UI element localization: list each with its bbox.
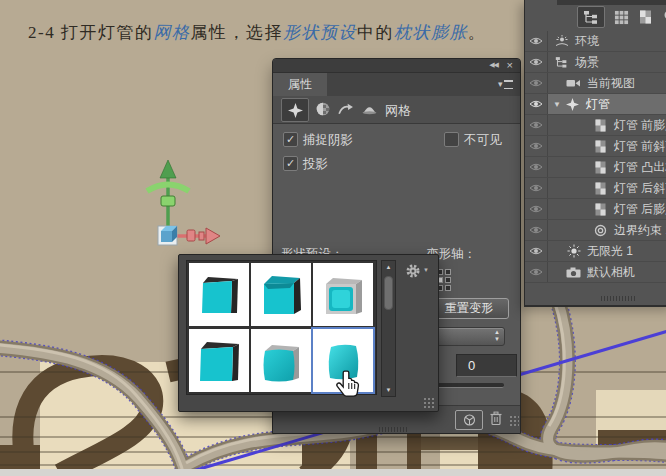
tree-row-infinite-light[interactable]: 无限光 1 [525,241,666,262]
step-text-segment: 。 [468,23,487,42]
cast-shadows-checkbox[interactable]: ✓ [283,156,298,171]
tree-row-label: 环境 [575,33,599,50]
texture-icon [595,140,606,153]
tab-properties[interactable]: 属性 [273,73,327,96]
disclosure-triangle-icon[interactable]: ▼ [553,100,561,109]
sun-light-icon [567,244,581,258]
close-panel-icon[interactable]: × [507,59,513,72]
tree-row-default-camera[interactable]: 默认相机 [525,262,666,283]
spinner-icon[interactable]: ▲ ▼ [494,329,500,343]
3d-filter-toolbar [525,0,666,31]
tutorial-step-text: 2-4 打开灯管的网格属性，选择形状预设中的枕状膨胀。 [28,21,486,44]
preset-cube-inflate-frame[interactable] [313,263,373,326]
catch-shadows-label: 捕捉阴影 [303,132,353,149]
visibility-eye-icon[interactable] [525,73,548,93]
visibility-eye-icon[interactable] [525,31,548,51]
mesh-star-icon [288,103,303,118]
tree-row-label: 灯管 凸出材质 [614,159,666,176]
spin-up-icon: ▲ [494,329,500,336]
preset-cube-bulge-gray[interactable] [251,329,311,392]
invisible-checkbox[interactable] [444,132,459,147]
render-sphere-icon [462,413,477,427]
popup-resize-grip[interactable] [423,397,434,408]
deform-filter-icon[interactable] [337,101,354,116]
hand-cursor [334,368,362,402]
photoshop-3d-workspace: 2-4 打开灯管的网格属性，选择形状预设中的枕状膨胀。 ◀◀ × 属性 ▾ [0,0,666,476]
scroll-down-icon[interactable]: ▼ [382,387,395,393]
visibility-eye-icon[interactable] [525,136,548,156]
visibility-eye-icon[interactable] [525,94,548,114]
tree-row-back-inflate[interactable]: 灯管 后膨胀 [525,199,666,220]
cast-shadows-label: 投影 [303,156,328,173]
step-text-segment: 属性，选择 [190,23,283,42]
3d-panel: 环境 场景 当前视图 ▼ 灯管 灯管 前膨胀 [524,0,666,307]
3d-panel-bottom-grip[interactable] [601,296,637,301]
panel-header: ◀◀ × [273,59,520,73]
visibility-eye-icon[interactable] [525,199,548,219]
preset-scrollbar[interactable]: ▲ ▼ [381,260,396,397]
menu-bars [504,80,513,89]
panel-bottom-grip[interactable] [379,427,409,432]
filter-lights-button[interactable] [655,6,666,28]
texture-icon [595,203,606,216]
light-bulb-icon [662,9,666,25]
catch-shadows-checkbox[interactable]: ✓ [283,132,298,147]
tree-row-front-bevel[interactable]: 灯管 前斜面 [525,136,666,157]
visibility-eye-icon[interactable] [525,178,548,198]
tree-row-label: 默认相机 [587,264,635,281]
tree-row-label: 灯管 前膨胀 [614,117,666,134]
cube-inflate-frame-thumbnail [318,270,368,320]
term-mesh: 网格 [153,23,190,42]
gear-icon [405,263,421,279]
tree-row-back-bevel[interactable]: 灯管 后斜面 [525,178,666,199]
cube-bevel-thumbnail [256,270,306,320]
preset-cube-bevel[interactable] [251,263,311,326]
visibility-eye-icon[interactable] [525,241,548,261]
tree-row-extrude-material[interactable]: 灯管 凸出材质 [525,157,666,178]
collapse-panel-icon[interactable]: ◀◀ [489,61,498,69]
panel-resize-grip[interactable] [509,415,519,427]
texture-icon [595,119,606,132]
visibility-eye-icon[interactable] [525,115,548,135]
cube-extrude-thumbnail [194,270,244,320]
visibility-eye-icon[interactable] [525,157,548,177]
mesh-star-icon [566,98,579,111]
render-button[interactable] [455,410,483,430]
visibility-eye-icon[interactable] [525,262,548,282]
trash-icon[interactable] [489,410,503,426]
filter-whole-scene-button[interactable] [577,6,605,28]
tree-row-light-tube-selected[interactable]: ▼ 灯管 [525,94,666,115]
materials-filter-icon[interactable] [315,101,331,117]
reset-deformation-button[interactable]: 重置变形 [429,298,509,319]
visibility-eye-icon[interactable] [525,52,548,72]
tree-row-label: 灯管 后膨胀 [614,201,666,218]
scene-tree-icon [583,10,599,24]
properties-filter-row: 网格 [273,96,520,124]
tree-row-environment[interactable]: 环境 [525,31,666,52]
scroll-up-icon[interactable]: ▲ [382,264,395,270]
texture-icon [595,182,606,195]
tree-row-scene[interactable]: 场景 [525,52,666,73]
value-slider[interactable] [431,383,504,388]
step-text-segment: 中的 [357,23,394,42]
tree-row-front-inflate[interactable]: 灯管 前膨胀 [525,115,666,136]
coordinates-filter-icon[interactable] [361,101,378,115]
tree-row-current-view[interactable]: 当前视图 [525,73,666,94]
panel-tab-bar: 属性 ▾ [273,73,520,96]
panel-menu-icon[interactable]: ▾ [498,80,514,89]
video-camera-icon [566,78,581,88]
texture-sheet-icon [638,9,653,25]
visibility-eye-icon[interactable] [525,220,548,240]
preset-cube-extrude-large[interactable] [189,329,249,392]
preset-cube-extrude[interactable] [189,263,249,326]
tree-row-boundary-constraint[interactable]: 边界约束 1 [525,220,666,241]
tree-row-label: 边界约束 1 [614,222,666,239]
preset-options-button[interactable]: ▼ [405,263,429,279]
gear-menu-arrow: ▼ [423,267,429,273]
scrollbar-thumb[interactable] [384,276,393,310]
depth-combo[interactable]: ▲ ▼ [433,327,505,346]
value-field[interactable]: 0 [456,354,517,377]
camera-icon [566,267,581,278]
scene-tree-icon [555,56,568,68]
mesh-filter-button[interactable] [281,98,309,122]
